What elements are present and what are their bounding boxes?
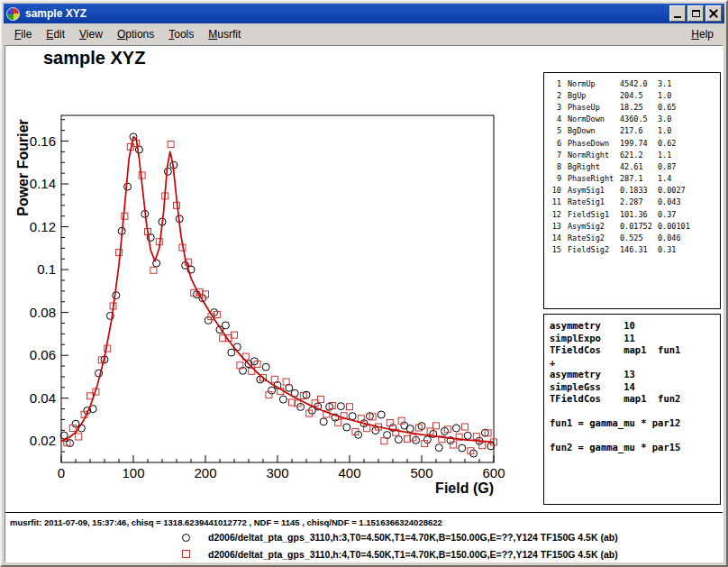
param-row: 7NormRight621.21.1 [550, 149, 720, 160]
circle-marker-icon [182, 534, 190, 542]
param-name: NormRight [568, 151, 620, 160]
data-point-circle [135, 146, 142, 153]
x-tick-label: 600 [482, 465, 505, 480]
theory-box: asymmetry 10 simplExpo 11 TFieldCos map1… [543, 314, 721, 505]
legend-label: d2006/deltat_pta_gps_3110,h:3,T0=4.50K,T… [208, 532, 618, 543]
x-tick-label: 500 [410, 465, 432, 480]
parameter-box: 1NormUp4542.03.12BgUp204.51.03PhaseUp18.… [543, 72, 721, 309]
data-point-square [150, 267, 157, 273]
data-point-circle [349, 413, 356, 420]
legend-label: d2006/deltat_pta_gps_3110,h:4,T0=4.50K,T… [208, 549, 618, 560]
param-no: 11 [550, 197, 561, 206]
square-marker-icon [182, 550, 190, 558]
param-error: 0.37 [658, 210, 720, 219]
param-value: 0.01752 [620, 222, 658, 231]
param-row: 13AsymSig20.017520.00101 [550, 220, 720, 232]
plot-svg[interactable]: 01002003004005006000.020.040.060.080.10.… [5, 46, 541, 512]
param-value: 146.31 [620, 245, 658, 254]
menu-file[interactable]: File [7, 25, 39, 43]
y-tick-label: 0.06 [30, 347, 56, 362]
param-no: 6 [550, 139, 561, 148]
param-row: 3PhaseUp18.250.65 [550, 101, 720, 113]
data-point-circle [378, 411, 385, 418]
param-error: 0.00101 [658, 222, 720, 231]
param-error: 0.046 [658, 233, 720, 242]
plot-title: sample XYZ [43, 48, 145, 69]
param-name: BgRight [568, 162, 620, 171]
param-row: 5BgDown217.61.0 [550, 125, 720, 137]
menu-help[interactable]: Help [684, 25, 721, 43]
data-point-square [168, 142, 174, 148]
param-name: RateSig1 [568, 197, 620, 206]
param-value: 287.1 [620, 174, 658, 183]
data-point-square [306, 410, 313, 416]
param-value: 0.1833 [620, 186, 658, 195]
param-error: 1.4 [658, 174, 720, 183]
data-point-square [347, 404, 353, 410]
param-row: 11RateSig12.2870.043 [550, 197, 720, 208]
y-tick-label: 0.16 [30, 133, 56, 149]
param-row: 2BgUp204.51.0 [550, 89, 720, 101]
param-no: 9 [550, 174, 561, 183]
param-no: 1 [550, 79, 561, 88]
menu-options[interactable]: Options [110, 25, 161, 43]
param-name: AsymSig2 [568, 222, 620, 231]
menu-edit[interactable]: Edit [39, 25, 72, 43]
param-row: 9PhaseRight287.11.4 [550, 173, 720, 185]
data-point-circle [452, 425, 460, 432]
data-point-square [76, 434, 82, 440]
param-no: 2 [550, 91, 561, 100]
canvas-area: 01002003004005006000.020.040.060.080.10.… [5, 45, 723, 562]
param-no: 15 [550, 245, 561, 254]
legend-entry: d2006/deltat_pta_gps_3110,h:4,T0=4.50K,T… [182, 549, 618, 560]
minimize-button[interactable] [669, 5, 686, 22]
data-point-square [352, 429, 359, 435]
info-pad: musrfit: 2011-07-09, 15:37:46, chisq = 1… [5, 512, 723, 562]
close-icon [709, 9, 718, 18]
param-row: 6PhaseDown199.740.62 [550, 137, 720, 149]
data-point-circle [233, 343, 241, 351]
plot-generated: 01002003004005006000.020.040.060.080.10.… [30, 115, 505, 480]
param-value: 0.525 [620, 233, 658, 242]
param-error: 0.62 [658, 139, 720, 148]
maximize-button[interactable] [687, 5, 704, 22]
param-name: RateSig2 [568, 233, 620, 242]
y-tick-label: 0.12 [30, 219, 56, 234]
x-tick-label: 300 [266, 465, 288, 480]
param-error: 0.65 [658, 103, 720, 112]
param-error: 3.1 [658, 79, 720, 88]
close-button[interactable] [705, 5, 722, 22]
param-error: 0.043 [658, 197, 720, 206]
titlebar[interactable]: sample XYZ [4, 4, 724, 23]
menu-view[interactable]: View [72, 25, 110, 43]
window-title: sample XYZ [25, 7, 668, 20]
legend-entry: d2006/deltat_pta_gps_3110,h:3,T0=4.50K,T… [182, 532, 618, 543]
data-point-circle [395, 436, 402, 444]
window-controls [668, 5, 722, 22]
x-tick-label: 400 [338, 465, 360, 480]
param-no: 8 [550, 162, 561, 171]
param-name: BgUp [568, 91, 620, 100]
data-point-circle [464, 432, 471, 439]
x-tick-label: 200 [194, 465, 216, 480]
maximize-icon [692, 10, 700, 17]
param-name: FieldSig2 [568, 245, 620, 254]
param-error: 1.1 [658, 151, 720, 160]
fit-line [61, 137, 494, 443]
data-point-circle [337, 403, 344, 410]
data-point-circle [320, 418, 327, 425]
app-window: sample XYZ FileEditViewOptionsToolsMusrf… [0, 0, 728, 567]
param-no: 3 [550, 103, 561, 112]
menu-musrfit[interactable]: Musrfit [201, 25, 248, 43]
param-value: 2.287 [620, 197, 658, 206]
menu-tools[interactable]: Tools [161, 25, 201, 43]
data-point-square [122, 213, 128, 219]
param-error: 1.0 [658, 126, 720, 135]
data-point-circle [406, 425, 414, 433]
data-point-circle [262, 363, 269, 370]
data-point-circle [279, 396, 287, 403]
param-row: 15FieldSig2146.310.31 [550, 244, 720, 256]
param-error: 1.0 [658, 91, 720, 100]
param-name: NormUp [568, 79, 620, 88]
x-tick-label: 100 [122, 465, 144, 480]
